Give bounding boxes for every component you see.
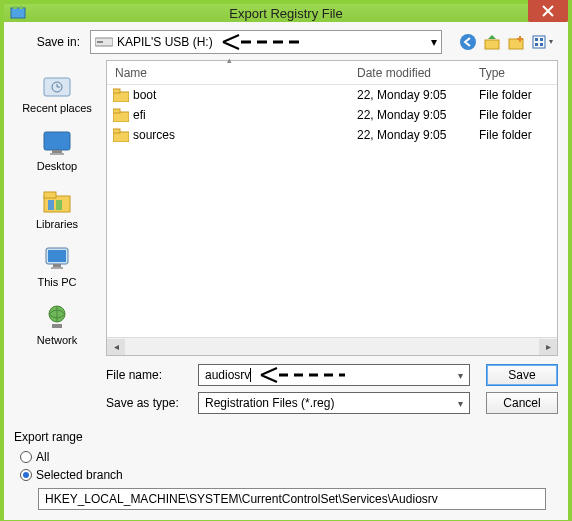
places-bar: Recent places Desktop Libraries This PC … bbox=[14, 60, 100, 356]
file-name-input[interactable]: audiosrv ▾ bbox=[198, 364, 470, 386]
place-label: Desktop bbox=[37, 160, 77, 172]
chevron-down-icon: ▾ bbox=[431, 35, 437, 49]
svg-rect-9 bbox=[535, 38, 538, 41]
export-dialog: Export Registry File Save in: KAPIL'S US… bbox=[0, 0, 572, 521]
place-network[interactable]: Network bbox=[14, 298, 100, 356]
svg-rect-33 bbox=[113, 129, 120, 133]
column-type[interactable]: Type bbox=[479, 66, 557, 80]
recent-places-icon bbox=[40, 70, 74, 100]
svg-rect-0 bbox=[11, 8, 25, 18]
svg-rect-17 bbox=[50, 153, 64, 155]
save-in-label: Save in: bbox=[14, 35, 84, 49]
place-desktop[interactable]: Desktop bbox=[14, 124, 100, 182]
svg-rect-23 bbox=[48, 250, 66, 262]
svg-rect-6 bbox=[485, 40, 499, 49]
list-item[interactable]: sources 22, Monday 9:05 File folder bbox=[107, 125, 557, 145]
folder-icon bbox=[113, 88, 129, 102]
svg-rect-2 bbox=[19, 6, 23, 9]
folder-icon bbox=[113, 128, 129, 142]
svg-rect-29 bbox=[113, 89, 120, 93]
column-name[interactable]: Name bbox=[107, 66, 357, 80]
horizontal-scrollbar[interactable]: ◂ ▸ bbox=[107, 337, 557, 355]
desktop-icon bbox=[40, 128, 74, 158]
up-one-level-button[interactable] bbox=[482, 32, 502, 52]
save-as-type-combo[interactable]: Registration Files (*.reg) ▾ bbox=[198, 392, 470, 414]
annotation-arrow-2 bbox=[259, 366, 349, 387]
save-as-type-label: Save as type: bbox=[106, 396, 198, 410]
radio-all[interactable]: All bbox=[14, 448, 558, 466]
titlebar: Export Registry File bbox=[4, 4, 568, 22]
cancel-button[interactable]: Cancel bbox=[486, 392, 558, 414]
svg-rect-4 bbox=[97, 41, 103, 43]
place-label: Recent places bbox=[22, 102, 92, 114]
nav-back-button[interactable] bbox=[458, 32, 478, 52]
dialog-content: Save in: KAPIL'S USB (H:) ▾ bbox=[4, 22, 568, 520]
column-date[interactable]: Date modified bbox=[357, 66, 479, 80]
export-range-legend: Export range bbox=[14, 430, 558, 444]
regedit-icon bbox=[10, 5, 26, 21]
svg-rect-21 bbox=[56, 200, 62, 210]
svg-rect-15 bbox=[44, 132, 70, 150]
place-label: Libraries bbox=[36, 218, 78, 230]
place-label: This PC bbox=[37, 276, 76, 288]
scroll-right-icon[interactable]: ▸ bbox=[539, 339, 557, 355]
chevron-down-icon: ▾ bbox=[458, 370, 463, 381]
radio-all-label: All bbox=[36, 450, 49, 464]
svg-rect-24 bbox=[53, 264, 61, 267]
fields: File name: audiosrv ▾ Save Save as type:… bbox=[4, 358, 568, 424]
chevron-down-icon: ▾ bbox=[458, 398, 463, 409]
svg-rect-19 bbox=[44, 192, 56, 198]
this-pc-icon bbox=[40, 244, 74, 274]
save-in-combo[interactable]: KAPIL'S USB (H:) ▾ bbox=[90, 30, 442, 54]
radio-icon bbox=[20, 451, 32, 463]
text-cursor bbox=[250, 368, 251, 382]
file-area: ▴ Name Date modified Type boot 22, Monda… bbox=[106, 60, 558, 356]
window-title: Export Registry File bbox=[229, 6, 342, 21]
scroll-track[interactable] bbox=[125, 341, 539, 353]
svg-rect-11 bbox=[535, 43, 538, 46]
close-button[interactable] bbox=[528, 0, 568, 22]
svg-rect-10 bbox=[540, 38, 543, 41]
save-in-row: Save in: KAPIL'S USB (H:) ▾ bbox=[4, 22, 568, 60]
radio-selected-icon bbox=[20, 469, 32, 481]
place-recent[interactable]: Recent places bbox=[14, 66, 100, 124]
folder-icon bbox=[113, 108, 129, 122]
radio-selected-label: Selected branch bbox=[36, 468, 123, 482]
sort-indicator-icon: ▴ bbox=[227, 55, 232, 65]
list-item[interactable]: boot 22, Monday 9:05 File folder bbox=[107, 85, 557, 105]
svg-rect-25 bbox=[51, 267, 63, 269]
drive-label: KAPIL'S USB (H:) bbox=[117, 35, 213, 49]
views-button[interactable] bbox=[530, 32, 558, 52]
radio-selected-branch[interactable]: Selected branch bbox=[14, 466, 558, 484]
save-button[interactable]: Save bbox=[486, 364, 558, 386]
annotation-arrow-1 bbox=[221, 33, 301, 54]
svg-rect-1 bbox=[13, 6, 17, 9]
svg-rect-8 bbox=[533, 36, 545, 48]
new-folder-button[interactable] bbox=[506, 32, 526, 52]
list-item[interactable]: efi 22, Monday 9:05 File folder bbox=[107, 105, 557, 125]
svg-rect-20 bbox=[48, 200, 54, 210]
branch-path-input[interactable]: HKEY_LOCAL_MACHINE\SYSTEM\CurrentControl… bbox=[38, 488, 546, 510]
svg-rect-27 bbox=[52, 324, 62, 328]
svg-point-5 bbox=[460, 34, 476, 50]
svg-rect-31 bbox=[113, 109, 120, 113]
file-list[interactable]: boot 22, Monday 9:05 File folder efi 22,… bbox=[107, 85, 557, 337]
file-name-label: File name: bbox=[106, 368, 198, 382]
network-icon bbox=[40, 302, 74, 332]
libraries-icon bbox=[40, 186, 74, 216]
scroll-left-icon[interactable]: ◂ bbox=[107, 339, 125, 355]
drive-icon bbox=[95, 36, 113, 48]
svg-rect-16 bbox=[52, 150, 62, 153]
svg-rect-12 bbox=[540, 43, 543, 46]
place-libraries[interactable]: Libraries bbox=[14, 182, 100, 240]
export-range-group: Export range All Selected branch HKEY_LO… bbox=[4, 424, 568, 520]
place-label: Network bbox=[37, 334, 77, 346]
file-header: Name Date modified Type bbox=[107, 61, 557, 85]
body-row: Recent places Desktop Libraries This PC … bbox=[4, 60, 568, 358]
place-this-pc[interactable]: This PC bbox=[14, 240, 100, 298]
